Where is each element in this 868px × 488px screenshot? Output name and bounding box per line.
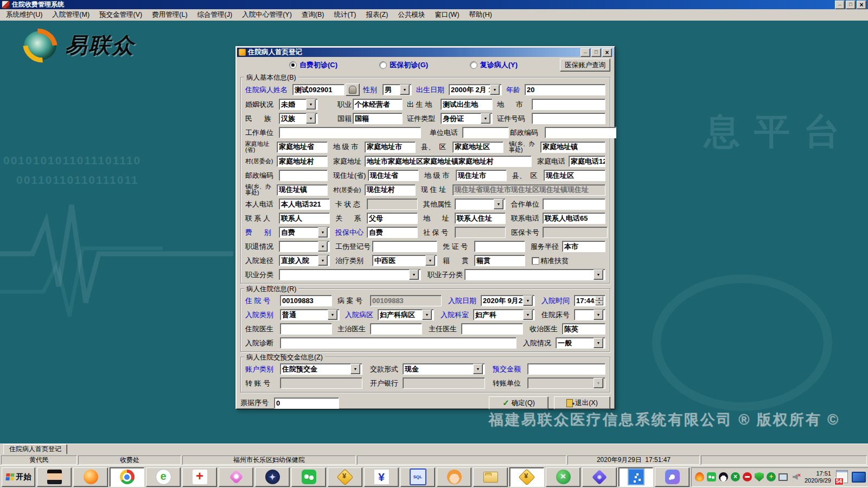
bed-no-select[interactable] [574, 309, 605, 320]
spinner-up-icon[interactable] [595, 296, 603, 301]
radio-self-pay-first-visit[interactable]: 自费初诊(C) [289, 60, 379, 70]
taskbar-app-finance-gold[interactable] [328, 467, 362, 487]
id-type-select[interactable]: 身份证 [441, 113, 493, 124]
shield-tray-icon[interactable] [755, 472, 764, 481]
contact-phone-input[interactable]: 联系人电话65 [542, 213, 605, 224]
stop-tray-icon[interactable] [743, 472, 752, 481]
taskbar-app-photos[interactable] [655, 467, 690, 487]
admit-date-select[interactable]: 2020年 9月29 [481, 295, 535, 306]
taskbar-app-folder[interactable] [473, 467, 508, 487]
patient-name-input[interactable]: 测试092901 [292, 84, 344, 95]
dropdown-arrow-icon[interactable] [350, 364, 360, 374]
menu-window[interactable]: 窗口(W) [430, 9, 464, 21]
admit-time-spinner[interactable]: 17:44:04 [574, 295, 605, 306]
taskbar-app-xshell[interactable] [546, 467, 580, 487]
dropdown-arrow-icon[interactable] [318, 227, 328, 237]
taskbar-app-girl-avatar[interactable] [437, 467, 471, 487]
home-district-input[interactable]: 家庭地址区 [452, 142, 503, 153]
native-place-input[interactable]: 籍贯 [474, 255, 525, 266]
gender-select[interactable]: 男 [382, 84, 412, 95]
taskbar-app-wechat[interactable] [291, 467, 326, 487]
diagnosis-input[interactable] [280, 337, 516, 349]
work-unit-input[interactable] [279, 127, 421, 138]
inpatient-no-input[interactable]: 00109883 [280, 295, 332, 306]
taskbar-app-chrome[interactable] [110, 467, 144, 487]
age-input[interactable]: 20 [525, 84, 605, 95]
spinner-down-icon[interactable] [595, 301, 603, 306]
current-province-input[interactable]: 现住址省 [368, 170, 419, 181]
dropdown-arrow-icon[interactable] [593, 310, 603, 320]
id-no-input[interactable] [532, 113, 605, 124]
dropdown-arrow-icon[interactable] [490, 85, 500, 95]
home-town-input[interactable]: 家庭地址镇 [540, 142, 605, 153]
maximize-icon[interactable] [846, 1, 856, 9]
menu-system[interactable]: 系统维护(U) [1, 9, 47, 21]
current-village-input[interactable]: 现住址村 [365, 184, 416, 196]
dept-select[interactable]: 妇产科 [473, 309, 535, 320]
current-district-input[interactable]: 现住址区 [544, 170, 605, 181]
close-icon[interactable] [857, 1, 866, 9]
occ-subclass-select[interactable] [464, 269, 605, 280]
targeted-poverty-checkbox[interactable] [532, 257, 539, 265]
self-phone-input[interactable]: 本人电话321 [279, 198, 330, 210]
dropdown-arrow-icon[interactable] [425, 255, 435, 266]
retire-select[interactable] [279, 241, 330, 252]
chief-input[interactable] [461, 323, 523, 335]
volume-muted-tray-icon[interactable]: × [790, 472, 800, 481]
birth-place-input[interactable]: 测试出生地 [441, 99, 493, 110]
birth-date-select[interactable]: 2000年 2月 1 [449, 84, 502, 95]
minimize-icon[interactable] [835, 1, 845, 9]
dropdown-arrow-icon[interactable] [473, 364, 483, 374]
dropdown-arrow-icon[interactable] [409, 269, 419, 280]
menu-fee[interactable]: 费用管理(L) [147, 9, 192, 21]
radio-insurance-first-visit[interactable]: 医保初诊(G) [379, 60, 469, 70]
ok-button[interactable]: 确定(Q) [489, 396, 548, 409]
taskbar-app-360-browser[interactable] [146, 467, 181, 487]
menu-statistics[interactable]: 统计(T) [329, 9, 361, 21]
dropdown-arrow-icon[interactable] [523, 310, 533, 320]
exit-button[interactable]: 退出(X) [554, 396, 610, 409]
contact-address-input[interactable]: 联系人住址 [455, 213, 506, 224]
home-address-input[interactable]: 地址市家庭地址区家庭地址镇家庭地址村 [365, 156, 532, 167]
admit-type-select[interactable]: 普通 [280, 309, 340, 320]
dialog-maximize-icon[interactable] [591, 48, 601, 57]
taskbar-app-finance-gold-2[interactable] [509, 467, 544, 487]
fee-type-select[interactable]: 自费 [279, 227, 330, 238]
qq-tray-icon[interactable] [719, 472, 728, 481]
pay-form-select[interactable]: 现金 [403, 363, 485, 375]
dialog-minimize-icon[interactable] [580, 48, 590, 57]
radio-return-patient[interactable]: 复诊病人(Y) [470, 60, 560, 70]
flame-tray-icon[interactable] [695, 472, 704, 481]
taskbar-app-flower[interactable] [219, 467, 253, 487]
dropdown-arrow-icon[interactable] [306, 99, 316, 110]
unit-phone-input[interactable] [462, 127, 509, 138]
dropdown-arrow-icon[interactable] [481, 113, 490, 124]
x-agent-tray-icon[interactable] [731, 472, 740, 481]
dropdown-arrow-icon[interactable] [494, 199, 503, 209]
menu-public-module[interactable]: 公共模块 [393, 9, 430, 21]
occupation-input[interactable]: 个体经营者 [353, 99, 403, 110]
taskbar-app-medical[interactable] [182, 467, 217, 487]
plus-tray-icon[interactable] [767, 472, 776, 481]
dropdown-arrow-icon[interactable] [422, 310, 432, 320]
postal-code-input[interactable] [545, 127, 616, 138]
voucher-no-input[interactable] [474, 241, 525, 252]
res-doctor-input[interactable] [280, 323, 332, 335]
taskbar-app-compass[interactable] [255, 467, 290, 487]
other-attr-select[interactable] [455, 198, 506, 210]
marital-select[interactable]: 未婚 [279, 99, 318, 110]
taskbar-app-flowchart[interactable] [618, 467, 653, 487]
prepay-amount-input[interactable] [527, 363, 605, 375]
menu-admission-center[interactable]: 入院中心管理(Y) [237, 9, 297, 21]
ethnic-select[interactable]: 汉族 [279, 113, 318, 124]
dropdown-arrow-icon[interactable] [400, 85, 410, 95]
receipt-no-input[interactable]: 0 [274, 397, 339, 409]
home-phone-input[interactable]: 家庭电话123 [569, 156, 605, 167]
service-radius-input[interactable]: 本市 [562, 241, 605, 252]
contact-input[interactable]: 联系人 [279, 213, 330, 224]
notification-tray-icon[interactable]: 54 [836, 470, 849, 484]
dropdown-arrow-icon[interactable] [593, 338, 603, 348]
insure-center-input[interactable]: 自费 [367, 227, 418, 238]
relation-input[interactable]: 父母 [367, 213, 418, 224]
wechat-tray-icon[interactable] [707, 472, 716, 481]
